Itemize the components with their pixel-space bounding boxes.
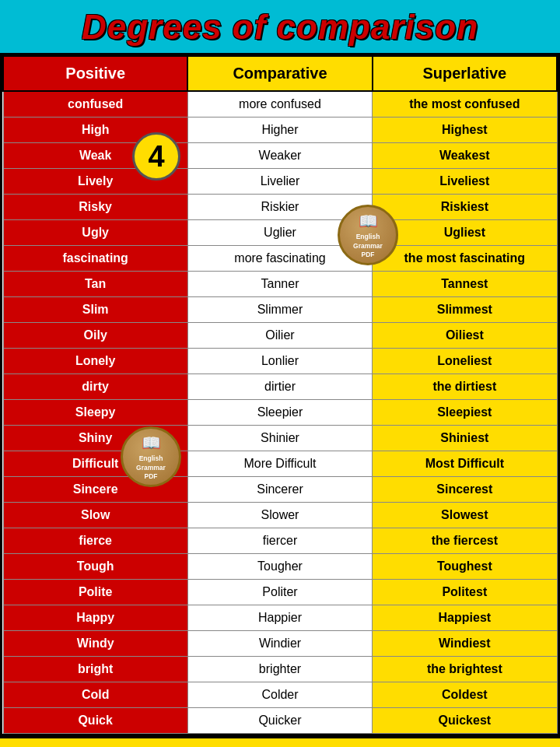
cell-superlative: the dirtiest <box>373 374 557 400</box>
cell-positive: Tan <box>3 272 187 297</box>
cell-comparative: more confused <box>187 91 372 117</box>
cell-superlative: Most Difficult <box>373 451 557 477</box>
cell-superlative: Weakest <box>373 143 557 169</box>
cell-superlative: Riskiest <box>373 195 557 220</box>
table-header-row: Positive Comparative Superlative <box>3 56 557 91</box>
cell-comparative: Slimmer <box>187 297 372 323</box>
table-row: fiercefiercerthe fiercest <box>3 528 557 554</box>
table-row: SincereSincererSincerest <box>3 477 557 503</box>
table-row: HighHigherHighest <box>3 117 557 143</box>
cell-superlative: Sleepiest <box>373 400 557 426</box>
table-row: brightbrighterthe brightest <box>3 657 557 682</box>
cell-superlative: the most fascinating <box>373 246 557 272</box>
cell-comparative: Shinier <box>187 426 372 451</box>
cell-comparative: Livelier <box>187 169 372 195</box>
table-row: WindyWindierWindiest <box>3 631 557 657</box>
comparison-table: Positive Comparative Superlative confuse… <box>0 53 560 736</box>
page-title: Degrees of comparison <box>0 8 560 47</box>
table-row: WeakWeakerWeakest <box>3 143 557 169</box>
col-positive: Positive <box>3 56 187 91</box>
cell-superlative: the most confused <box>373 91 557 117</box>
col-superlative: Superlative <box>373 56 557 91</box>
table-row: ToughTougherToughest <box>3 554 557 580</box>
cell-superlative: Loneliest <box>373 349 557 374</box>
cell-positive: Oily <box>3 323 187 349</box>
cell-comparative: Windier <box>187 631 372 657</box>
table-row: confusedmore confusedthe most confused <box>3 91 557 117</box>
header: Degrees of comparison <box>0 0 560 53</box>
cell-comparative: brighter <box>187 657 372 682</box>
badge-icon-2: 📖 <box>142 432 161 454</box>
badge-label: EnglishGrammarPDF <box>353 233 383 261</box>
cell-positive: Slim <box>3 297 187 323</box>
cell-comparative: Sleepier <box>187 400 372 426</box>
table-row: LivelyLivelierLiveliest <box>3 169 557 195</box>
footer: www.EnglishGrammarPDF.com <box>0 736 560 747</box>
cell-superlative: the fiercest <box>373 528 557 554</box>
cell-positive: Ugly <box>3 220 187 246</box>
table-row: SlowSlowerSlowest <box>3 503 557 528</box>
cell-superlative: Tannest <box>373 272 557 297</box>
cell-positive: Tough <box>3 554 187 580</box>
number-badge-value: 4 <box>148 140 164 174</box>
cell-positive: bright <box>3 657 187 682</box>
cell-superlative: Sincerest <box>373 477 557 503</box>
cell-comparative: dirtier <box>187 374 372 400</box>
table-row: SlimSlimmerSlimmest <box>3 297 557 323</box>
table-row: ShinyShinierShiniest <box>3 426 557 451</box>
cell-superlative: Windiest <box>373 631 557 657</box>
cell-positive: fascinating <box>3 246 187 272</box>
col-comparative: Comparative <box>187 56 372 91</box>
number-badge: 4 <box>132 132 180 181</box>
cell-superlative: the brightest <box>373 657 557 682</box>
badge-label-2: EnglishGrammarPDF <box>136 454 166 482</box>
cell-comparative: Lonlier <box>187 349 372 374</box>
cell-positive: Slow <box>3 503 187 528</box>
cell-comparative: Slower <box>187 503 372 528</box>
cell-superlative: Coldest <box>373 682 557 708</box>
cell-positive: Cold <box>3 682 187 708</box>
cell-positive: Lonely <box>3 349 187 374</box>
cell-comparative: Tanner <box>187 272 372 297</box>
cell-positive: Windy <box>3 631 187 657</box>
cell-comparative: Quicker <box>187 708 372 734</box>
cell-superlative: Oiliest <box>373 323 557 349</box>
table-row: OilyOilierOiliest <box>3 323 557 349</box>
cell-comparative: fiercer <box>187 528 372 554</box>
table-row: dirtydirtierthe dirtiest <box>3 374 557 400</box>
cell-superlative: Quickest <box>373 708 557 734</box>
table-row: RiskyRiskierRiskiest <box>3 195 557 220</box>
badge-bottom-left: 📖 EnglishGrammarPDF <box>121 426 181 487</box>
table-row: DifficultMore DifficultMost Difficult <box>3 451 557 477</box>
badge-top-right: 📖 EnglishGrammarPDF <box>338 205 398 265</box>
cell-positive: dirty <box>3 374 187 400</box>
table-row: ColdColderColdest <box>3 682 557 708</box>
cell-positive: Polite <box>3 580 187 605</box>
cell-comparative: Colder <box>187 682 372 708</box>
table-row: TanTannerTannest <box>3 272 557 297</box>
cell-positive: Happy <box>3 605 187 631</box>
cell-comparative: Sincerer <box>187 477 372 503</box>
cell-comparative: More Difficult <box>187 451 372 477</box>
badge-icon: 📖 <box>359 210 378 232</box>
cell-superlative: Highest <box>373 117 557 143</box>
table-row: fascinatingmore fascinatingthe most fasc… <box>3 246 557 272</box>
cell-positive: Sleepy <box>3 400 187 426</box>
cell-comparative: Happier <box>187 605 372 631</box>
cell-positive: fierce <box>3 528 187 554</box>
cell-superlative: Politest <box>373 580 557 605</box>
cell-comparative: Politer <box>187 580 372 605</box>
table-row: SleepySleepierSleepiest <box>3 400 557 426</box>
cell-comparative: Tougher <box>187 554 372 580</box>
table-row: HappyHappierHappiest <box>3 605 557 631</box>
cell-superlative: Shiniest <box>373 426 557 451</box>
cell-superlative: Toughest <box>373 554 557 580</box>
cell-comparative: Higher <box>187 117 372 143</box>
cell-comparative: Weaker <box>187 143 372 169</box>
cell-comparative: Oilier <box>187 323 372 349</box>
cell-superlative: Slowest <box>373 503 557 528</box>
table-row: PolitePoliterPolitest <box>3 580 557 605</box>
cell-positive: Risky <box>3 195 187 220</box>
cell-superlative: Happiest <box>373 605 557 631</box>
cell-positive: Quick <box>3 708 187 734</box>
